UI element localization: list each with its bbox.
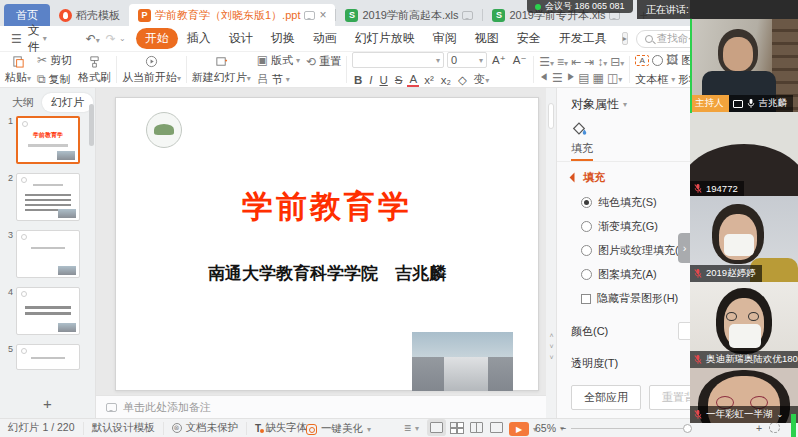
format-painter-button[interactable]: 格式刷 bbox=[78, 55, 111, 85]
justify-icon[interactable]: ▤ bbox=[578, 72, 589, 84]
superscript-button[interactable]: x² bbox=[422, 74, 436, 86]
line-spacing-icon[interactable]: ↕▾ bbox=[597, 56, 607, 68]
presenter-view-icon[interactable] bbox=[490, 422, 503, 433]
slide-thumbnail-4[interactable]: 4 bbox=[4, 287, 95, 335]
menu-tab-design[interactable]: 设计 bbox=[220, 28, 262, 49]
menu-tab-review[interactable]: 审阅 bbox=[424, 28, 466, 49]
customize-toolbar-icon[interactable]: ⌄ bbox=[119, 34, 126, 43]
slide-title[interactable]: 学前教育学 bbox=[116, 186, 538, 228]
shapes-icon bbox=[652, 55, 663, 66]
distribute-icon[interactable]: ▦ bbox=[593, 72, 604, 84]
file-menu[interactable]: ☰ 文件 ▾ bbox=[0, 22, 55, 56]
align-center-icon[interactable]: ☰ bbox=[552, 72, 563, 84]
decrease-indent-icon[interactable]: ⇤ bbox=[571, 56, 581, 68]
comment-bubble-icon[interactable] bbox=[304, 11, 315, 20]
layout-button[interactable]: ▣版式▾ bbox=[257, 53, 300, 68]
reset-button[interactable]: ⟲重置 bbox=[306, 54, 341, 69]
decrease-font-icon[interactable]: A⁻ bbox=[511, 53, 529, 67]
undo-icon[interactable]: ↶▾ bbox=[86, 32, 100, 46]
zoom-in-icon[interactable]: + bbox=[756, 422, 762, 434]
comment-bubble-icon[interactable] bbox=[462, 11, 473, 20]
play-from-current-button[interactable]: 从当前开始▾ bbox=[122, 55, 181, 85]
paste-button[interactable]: 粘贴▾ bbox=[5, 55, 31, 85]
menu-tab-security[interactable]: 安全 bbox=[508, 28, 550, 49]
participant-video-2[interactable]: 194772 bbox=[690, 112, 798, 196]
radio-icon bbox=[581, 221, 592, 232]
close-tab-icon[interactable]: × bbox=[319, 9, 326, 21]
beautify-button[interactable]: 一键美化 ▾ bbox=[306, 422, 371, 436]
bold-button[interactable]: B bbox=[352, 74, 364, 86]
notes-pane[interactable]: 单击此处添加备注 bbox=[96, 395, 546, 418]
zoom-out-icon[interactable]: − bbox=[560, 422, 566, 434]
missing-font-status[interactable]: T 缺失字体 bbox=[247, 422, 315, 435]
cut-button[interactable]: ✂剪切 bbox=[37, 53, 72, 68]
text-direction-icon[interactable]: ⊟▾ bbox=[610, 56, 624, 68]
strikethrough-button[interactable]: S bbox=[393, 74, 405, 86]
menu-tab-slideshow[interactable]: 幻灯片放映 bbox=[346, 28, 424, 49]
zoom-slider-knob[interactable] bbox=[683, 424, 692, 433]
menu-tab-view[interactable]: 视图 bbox=[466, 28, 508, 49]
menu-tab-transition[interactable]: 切换 bbox=[262, 28, 304, 49]
participant-video-host[interactable]: 主持人 吉兆麟 bbox=[690, 19, 798, 112]
slideshow-play-button[interactable]: ▶ ▾ bbox=[509, 422, 537, 436]
menu-tab-home[interactable]: 开始 bbox=[136, 28, 178, 49]
panel-scroll-arrows[interactable]: ˄˅˅ bbox=[547, 330, 556, 363]
columns-icon[interactable]: ◫▾ bbox=[607, 72, 622, 84]
tab-docer-templates[interactable]: 稻壳模板 bbox=[50, 4, 129, 26]
participant-video-5[interactable]: 一年彩虹一半湖 ⌄ bbox=[690, 368, 798, 423]
protection-icon: ⊗ bbox=[172, 423, 182, 433]
campus-photo[interactable] bbox=[412, 332, 513, 391]
chevron-down-icon[interactable]: ⌄ bbox=[777, 410, 784, 419]
copy-button[interactable]: ⧉复制 bbox=[37, 72, 72, 87]
participant-video-4[interactable]: 奥迪新瑞奥陆欢优1801... bbox=[690, 282, 798, 368]
slide-1[interactable]: 学前教育学 南通大学教育科学学院 吉兆麟 bbox=[115, 97, 539, 391]
fit-window-icon[interactable] bbox=[769, 422, 780, 433]
font-size-select[interactable]: 0▾ bbox=[447, 52, 487, 68]
slide-subtitle[interactable]: 南通大学教育科学学院 吉兆麟 bbox=[116, 262, 538, 285]
slide-thumbnail-1[interactable]: 1 学前教育学 bbox=[4, 116, 95, 164]
text-effects-icon[interactable]: 变▾ bbox=[472, 72, 492, 87]
slide-thumbnail-5[interactable]: 5 bbox=[4, 344, 95, 370]
canvas-scrollbar[interactable] bbox=[546, 88, 556, 418]
more-tabs-badge-icon[interactable]: ▸ bbox=[622, 32, 628, 45]
tab-xls-gaoqiben[interactable]: S 2019学前高起本.xls bbox=[336, 4, 482, 26]
xls-file-icon: S bbox=[492, 9, 505, 22]
font-name-select[interactable]: ▾ bbox=[352, 52, 444, 68]
doc-protection-status[interactable]: ⊗ 文档未保护 bbox=[164, 422, 248, 435]
bullet-list-icon[interactable]: ☰▾ bbox=[539, 56, 554, 68]
menu-tab-devtools[interactable]: 开发工具 bbox=[550, 28, 616, 49]
menu-tab-insert[interactable]: 插入 bbox=[178, 28, 220, 49]
new-slide-button[interactable]: 新建幻灯片▾ bbox=[192, 55, 251, 85]
zoom-slider[interactable] bbox=[571, 428, 683, 429]
slide-sorter-icon[interactable] bbox=[450, 422, 463, 433]
menu-tab-animation[interactable]: 动画 bbox=[304, 28, 346, 49]
template-name[interactable]: 默认设计模板 bbox=[84, 422, 164, 435]
normal-view-icon[interactable] bbox=[430, 422, 443, 433]
fill-tab[interactable]: 填充 bbox=[571, 141, 593, 161]
slide-thumbnail-2[interactable]: 2 bbox=[4, 173, 95, 221]
apply-all-button[interactable]: 全部应用 bbox=[571, 385, 641, 410]
italic-button[interactable]: I bbox=[367, 74, 374, 86]
increase-indent-icon[interactable]: ⇥ bbox=[584, 56, 594, 68]
align-right-icon[interactable]: ⯈ bbox=[566, 72, 576, 84]
notes-toggle[interactable]: ≡▾ bbox=[404, 422, 419, 434]
redo-icon[interactable]: ↷ bbox=[106, 32, 116, 46]
tab-active-ppt[interactable]: P 学前教育学（刘晓东版1）.ppt × bbox=[129, 4, 335, 26]
subscript-button[interactable]: x₂ bbox=[439, 74, 453, 86]
underline-button[interactable]: U bbox=[377, 74, 389, 86]
textbox-button[interactable]: 文本框▾ bbox=[635, 72, 675, 87]
align-left-icon[interactable]: ⯇ bbox=[539, 72, 549, 84]
slides-tab[interactable]: 幻灯片 bbox=[42, 93, 93, 112]
slide-thumbnail-3[interactable]: 3 bbox=[4, 230, 95, 278]
outline-tab[interactable]: 大纲 bbox=[12, 95, 34, 110]
section-button[interactable]: 吕节▾ bbox=[257, 72, 300, 87]
clear-format-icon[interactable]: ◇ bbox=[456, 73, 469, 87]
add-slide-button[interactable]: + bbox=[0, 395, 95, 412]
font-color-button[interactable]: A bbox=[407, 73, 419, 87]
increase-font-icon[interactable]: A⁺ bbox=[490, 53, 508, 67]
numbered-list-icon[interactable]: ≡▾ bbox=[557, 56, 568, 68]
participant-video-3[interactable]: 2019赵婷婷 bbox=[690, 196, 798, 282]
meeting-id-badge[interactable]: 会议号 186 065 081 bbox=[527, 0, 633, 13]
reading-view-icon[interactable] bbox=[470, 422, 483, 433]
thumbnail-scrollbar[interactable] bbox=[89, 104, 94, 146]
